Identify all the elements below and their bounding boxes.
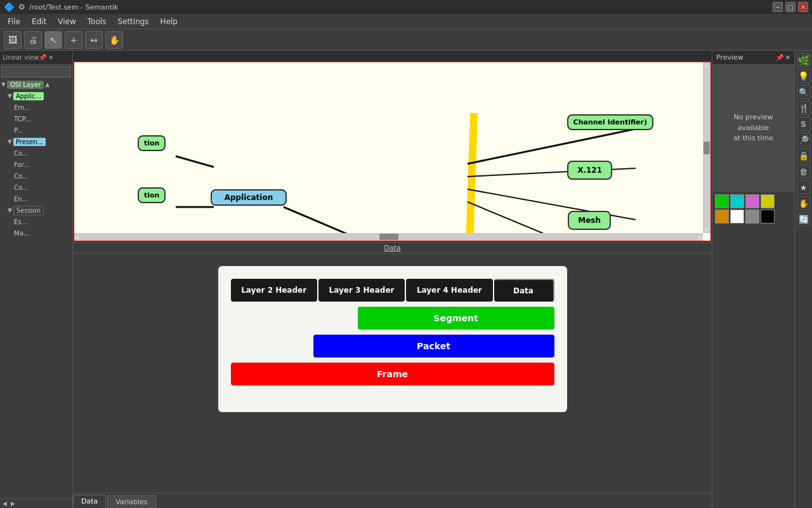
tree-node-em[interactable]: Em... (0, 102, 72, 113)
menu-help[interactable]: Help (155, 16, 183, 27)
tree-search-input[interactable] (1, 66, 71, 77)
mindmap-svg (74, 62, 710, 241)
icon-fork[interactable]: 🍴 (797, 101, 811, 115)
titlebar-right: ─ □ ✕ (773, 2, 808, 12)
preview-pin-btn[interactable]: 📌 (776, 54, 783, 61)
tree-node-ma[interactable]: Ma... (0, 227, 72, 239)
em-label: Em... (14, 104, 30, 111)
toolbar: 🖼 🖨 ↖ + ↔ ✋ (0, 29, 812, 51)
toolbar-select-button[interactable]: ↖ (44, 31, 62, 49)
swatch-black[interactable] (761, 210, 775, 224)
menubar: File Edit View Tools Settings Help (0, 14, 812, 29)
icon-search-person[interactable]: 🔎 (797, 133, 811, 147)
for-label: For... (14, 161, 29, 168)
tree-node-en[interactable]: En... (0, 193, 72, 204)
mm-node-application[interactable]: Application (211, 189, 287, 206)
header-layer4: Layer 4 Header (406, 279, 492, 302)
tree-node-session[interactable]: ▼ Session (0, 204, 72, 216)
swatch-white[interactable] (730, 210, 744, 224)
mm-node-channel[interactable]: Channel Identifier) (567, 114, 653, 130)
mm-node-tion2[interactable]: tion (138, 187, 166, 203)
scroll-right-btn[interactable]: ▶ (10, 500, 16, 507)
menu-edit[interactable]: Edit (27, 16, 51, 27)
mm-node-x121[interactable]: X.121 (567, 161, 612, 180)
linear-view-pin[interactable]: 📌 (39, 54, 46, 61)
title-text: /root/Test.sem - Semantik (29, 3, 119, 11)
menu-tools[interactable]: Tools (82, 16, 112, 27)
osi-collapse-btn[interactable]: ▲ (45, 81, 49, 88)
menu-view[interactable]: View (53, 16, 81, 27)
right-icon-bar: 🌿 💡 🔍 🍴 S 🔎 🔒 🗑 ★ ✋ 🔄 (794, 51, 812, 508)
minimize-button[interactable]: ─ (773, 2, 783, 12)
preview-area: No preview availableat this time (712, 65, 794, 192)
header-layer3: Layer 3 Header (318, 279, 405, 302)
swatch-yellow[interactable] (761, 194, 775, 208)
maximize-button[interactable]: □ (785, 2, 796, 12)
tab-data[interactable]: Data (73, 495, 106, 508)
tab-variables[interactable]: Variables (107, 495, 155, 508)
menu-file[interactable]: File (3, 16, 25, 27)
app-icon: ⚙ (18, 3, 25, 11)
scroll-left-btn[interactable]: ◀ (1, 500, 8, 507)
linear-view-header: Linear view 📌 ✕ (0, 51, 72, 65)
mindmap-hscrollbar[interactable]: ◀ ▶ (74, 233, 703, 241)
tree-node-es[interactable]: Es... (0, 216, 72, 227)
tree-node-presen[interactable]: ▼ Presen... (0, 136, 72, 147)
icon-lock[interactable]: 🔒 (797, 149, 811, 163)
tree-node-for[interactable]: For... (0, 159, 72, 170)
right-panel: Preview 📌 ✕ No preview availableat this … (712, 51, 794, 508)
tree-node-co1[interactable]: Co... (0, 147, 72, 159)
toolbar-add-button[interactable]: + (65, 31, 82, 49)
swatch-green[interactable] (715, 194, 729, 208)
header-layer2: Layer 2 Header (231, 279, 317, 302)
icon-trash[interactable]: 🗑 (797, 164, 811, 178)
segment-bar: Segment (358, 307, 554, 330)
linear-view-label: Linear view (3, 54, 39, 61)
mm-node-mesh[interactable]: Mesh (568, 211, 611, 230)
icon-s[interactable]: S (797, 117, 811, 131)
preview-header: Preview 📌 ✕ (712, 51, 794, 65)
swatch-row-1 (715, 194, 792, 208)
data-panel: Layer 2 Header Layer 3 Header Layer 4 He… (73, 253, 712, 493)
linear-view-close[interactable]: ✕ (48, 54, 53, 61)
menu-settings[interactable]: Settings (112, 16, 154, 27)
co1-label: Co... (14, 150, 28, 157)
icon-leaf[interactable]: 🌿 (797, 53, 811, 67)
icon-star[interactable]: ★ (797, 180, 811, 194)
bottom-tabs: Data Variables (73, 493, 712, 508)
swatch-orange[interactable] (715, 210, 729, 224)
toolbar-move-button[interactable]: ↔ (85, 31, 103, 49)
swatch-purple[interactable] (745, 194, 759, 208)
tree-node-co3[interactable]: Co... (0, 182, 72, 193)
icon-refresh[interactable]: 🔄 (797, 212, 811, 226)
tcp-label: TCP... (14, 116, 31, 123)
data-viz-container: Layer 2 Header Layer 3 Header Layer 4 He… (218, 266, 567, 412)
tree-node-co2[interactable]: Co... (0, 170, 72, 182)
icon-magnify[interactable]: 🔍 (797, 85, 811, 99)
swatch-gray[interactable] (745, 210, 759, 224)
toolbar-new-button[interactable]: 🖼 (4, 31, 22, 49)
mindmap-vscrollbar[interactable]: ▲ ▼ (703, 62, 710, 233)
toolbar-print-button[interactable]: 🖨 (24, 31, 42, 49)
tree-node-tcp[interactable]: TCP... (0, 113, 72, 124)
header-data: Data (494, 279, 554, 302)
icon-bulb[interactable]: 💡 (797, 69, 811, 83)
toolbar-hand-button[interactable]: ✋ (105, 31, 123, 49)
preview-close-btn[interactable]: ✕ (785, 54, 790, 61)
left-panel: Linear view 📌 ✕ ▼ OSI Layer ▲ ▼ Applic..… (0, 51, 73, 508)
es-label: Es... (14, 218, 27, 225)
mindmap-canvas[interactable]: tion tion Application ECT Channel Identi… (73, 61, 712, 242)
mm-node-tion1[interactable]: tion (138, 135, 166, 151)
tree-node-p[interactable]: P... (0, 124, 72, 136)
applic-label: Applic... (13, 92, 44, 100)
tree-scroll-nav: ◀ ▶ (1, 500, 16, 507)
preview-no-text: No preview availableat this time (717, 112, 789, 144)
tree-node-osi[interactable]: ▼ OSI Layer ▲ (0, 79, 72, 90)
tree-node-applic[interactable]: ▼ Applic... (0, 90, 72, 102)
en-label: En... (14, 196, 28, 203)
icon-hand[interactable]: ✋ (797, 196, 811, 210)
mindmap-panel-header (73, 51, 712, 61)
swatch-cyan[interactable] (730, 194, 744, 208)
svg-line-1 (176, 156, 214, 167)
close-button[interactable]: ✕ (798, 2, 808, 12)
